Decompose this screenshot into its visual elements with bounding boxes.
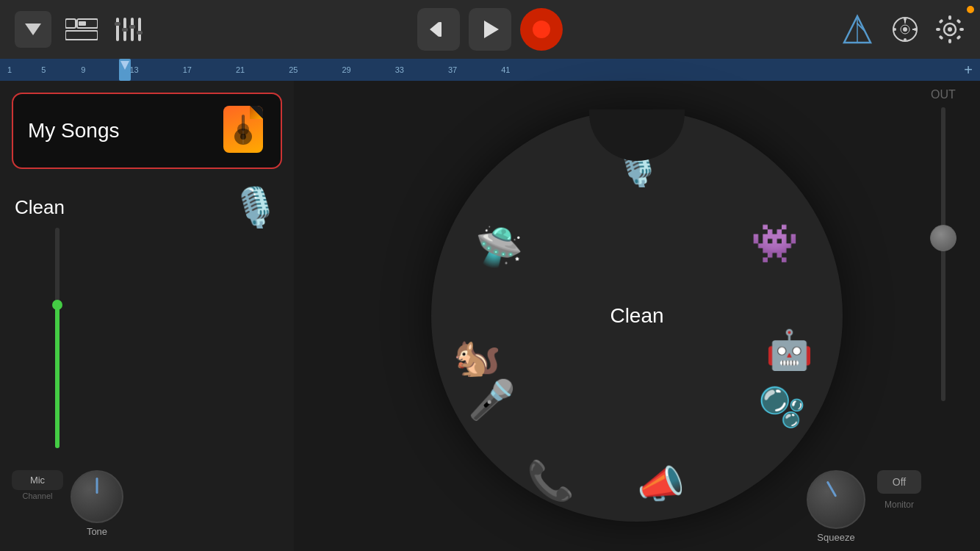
ruler-mark-33: 33 bbox=[395, 65, 404, 74]
ruler: 1 5 9 13 17 21 25 29 33 37 41 + bbox=[0, 59, 980, 81]
ruler-mark-1: 1 bbox=[7, 65, 12, 74]
svg-marker-13 bbox=[430, 22, 439, 37]
squeeze-label: Squeeze bbox=[817, 532, 854, 543]
monitor-control: Off Monitor bbox=[877, 470, 921, 510]
svg-point-30 bbox=[948, 27, 952, 32]
volume-thumb[interactable] bbox=[52, 300, 62, 310]
playhead-icon bbox=[120, 61, 129, 70]
ruler-mark-41: 41 bbox=[501, 65, 510, 74]
svg-point-26 bbox=[914, 28, 917, 31]
tone-knob[interactable] bbox=[71, 470, 123, 523]
left-panel: My Songs bbox=[0, 81, 294, 551]
svg-rect-35 bbox=[938, 18, 943, 24]
tempo-icon bbox=[890, 15, 920, 44]
toolbar-right bbox=[839, 11, 965, 48]
ruler-add-button[interactable]: + bbox=[964, 62, 973, 79]
svg-rect-12 bbox=[137, 31, 143, 35]
circle-item-squirrel[interactable]: 🐿️ bbox=[453, 338, 501, 376]
out-label: OUT bbox=[931, 88, 956, 101]
settings-button[interactable] bbox=[934, 14, 965, 45]
record-dot bbox=[533, 21, 550, 38]
toolbar bbox=[0, 0, 980, 59]
svg-rect-36 bbox=[956, 18, 961, 24]
ruler-mark-29: 29 bbox=[342, 65, 350, 74]
circle-selector[interactable]: Clean 🎙️ 🛸 👾 🐿️ 🤖 🎤 🫧 📞 📣 bbox=[431, 110, 843, 522]
squeeze-knob[interactable] bbox=[807, 470, 865, 529]
mixer-icon bbox=[115, 18, 145, 41]
volume-slider[interactable] bbox=[50, 228, 65, 448]
circle-center-label: Clean bbox=[610, 304, 663, 328]
circle-item-ufo[interactable]: 🛸 bbox=[475, 228, 523, 266]
metronome-icon bbox=[841, 13, 873, 46]
tone-knob-tick bbox=[96, 478, 98, 494]
track-mic-icon: 🎙️ bbox=[231, 188, 279, 226]
ruler-mark-25: 25 bbox=[289, 65, 298, 74]
squeeze-knob-tick bbox=[826, 480, 837, 497]
dropdown-button[interactable] bbox=[15, 11, 51, 48]
rewind-icon bbox=[428, 19, 449, 40]
channel-label: Channel bbox=[23, 491, 53, 500]
ruler-mark-17: 17 bbox=[183, 65, 192, 74]
svg-point-27 bbox=[904, 38, 907, 41]
circle-notch bbox=[589, 109, 685, 161]
ruler-mark-37: 37 bbox=[448, 65, 457, 74]
metronome-button[interactable] bbox=[839, 11, 876, 48]
monitor-label: Monitor bbox=[884, 500, 914, 510]
svg-rect-4 bbox=[65, 31, 98, 40]
play-icon bbox=[480, 19, 500, 40]
circle-item-robot[interactable]: 🤖 bbox=[765, 331, 813, 369]
svg-rect-37 bbox=[938, 35, 943, 40]
circle-item-telephone[interactable]: 📞 bbox=[527, 461, 574, 500]
svg-rect-38 bbox=[956, 35, 961, 40]
svg-marker-15 bbox=[484, 21, 499, 38]
record-button[interactable] bbox=[520, 8, 563, 51]
svg-rect-1 bbox=[65, 19, 76, 28]
svg-rect-9 bbox=[115, 22, 120, 26]
play-button[interactable] bbox=[469, 8, 511, 51]
svg-rect-33 bbox=[936, 28, 940, 31]
tempo-button[interactable] bbox=[890, 15, 920, 44]
orange-dot bbox=[967, 6, 974, 13]
track-view-button[interactable] bbox=[63, 11, 100, 48]
my-songs-title: My Songs bbox=[28, 119, 120, 143]
off-button[interactable]: Off bbox=[877, 470, 921, 494]
ruler-mark-21: 21 bbox=[236, 65, 245, 74]
ruler-mark-5: 5 bbox=[41, 65, 46, 74]
squeeze-control: Squeeze bbox=[807, 470, 865, 543]
mixer-button[interactable] bbox=[112, 11, 148, 48]
volume-track bbox=[55, 228, 60, 448]
ruler-playhead[interactable] bbox=[119, 59, 131, 81]
toolbar-left bbox=[15, 11, 148, 48]
svg-rect-34 bbox=[959, 28, 964, 31]
rewind-button[interactable] bbox=[417, 8, 460, 51]
svg-point-20 bbox=[903, 27, 907, 32]
tone-control: Tone bbox=[71, 470, 123, 537]
svg-point-25 bbox=[904, 18, 907, 21]
svg-marker-39 bbox=[120, 61, 129, 70]
main-area: My Songs bbox=[0, 81, 980, 551]
right-panel: OUT Clean 🎙️ 🛸 👾 🐿️ 🤖 🎤 🫧 bbox=[294, 81, 980, 551]
bottom-right-controls: Squeeze Off Monitor bbox=[588, 463, 980, 551]
svg-rect-5 bbox=[116, 18, 119, 41]
ruler-mark-9: 9 bbox=[81, 65, 85, 74]
svg-rect-31 bbox=[948, 15, 951, 20]
svg-rect-3 bbox=[79, 21, 86, 26]
out-slider-track[interactable] bbox=[941, 107, 945, 401]
my-songs-button[interactable]: My Songs bbox=[12, 93, 282, 169]
mic-button[interactable]: Mic bbox=[12, 470, 63, 490]
bottom-controls: Mic Channel Tone bbox=[0, 463, 294, 551]
svg-rect-14 bbox=[439, 22, 442, 37]
out-slider-thumb[interactable] bbox=[930, 225, 956, 251]
svg-rect-11 bbox=[129, 25, 135, 29]
circle-item-monster[interactable]: 👾 bbox=[751, 224, 799, 262]
mic-control: Mic Channel bbox=[12, 470, 63, 500]
track-row: Clean 🎙️ bbox=[0, 181, 294, 234]
svg-rect-32 bbox=[948, 39, 951, 43]
settings-icon bbox=[934, 14, 965, 45]
ruler-marks: 1 5 9 13 17 21 25 29 33 37 41 bbox=[7, 65, 980, 74]
track-view-icon bbox=[65, 18, 98, 41]
circle-item-bubbles[interactable]: 🫧 bbox=[758, 388, 806, 426]
svg-rect-7 bbox=[131, 18, 134, 41]
circle-item-microphone[interactable]: 🎤 bbox=[468, 381, 516, 419]
volume-fill bbox=[55, 305, 60, 448]
